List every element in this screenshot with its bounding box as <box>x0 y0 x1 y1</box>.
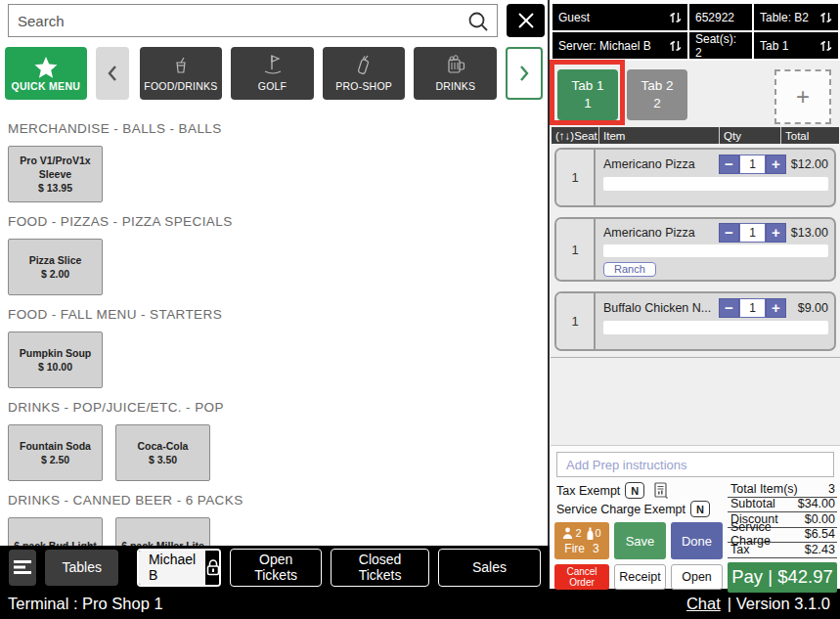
modifier-chip[interactable]: Ranch <box>603 262 656 277</box>
order-list: 1 Americano Pizza − 1 + $12.00 1 Ameri <box>551 147 840 358</box>
order-row[interactable]: 1 Buffalo Chicken N... − 1 + $9.00 <box>554 291 836 351</box>
sales-button[interactable]: Sales <box>438 549 541 587</box>
menu-item-fountain-soda[interactable]: Fountain Soda $ 2.50 <box>8 424 103 481</box>
bottom-nav: Tables Michael B Open Tickets Closed Tic… <box>0 546 550 589</box>
seat-number: 1 <box>556 219 596 280</box>
prep-instructions-input[interactable] <box>556 452 834 477</box>
drink-cup-icon <box>172 57 190 74</box>
menu-item-name: 6 pack Bud Light <box>14 539 97 546</box>
category-label: GOLF <box>258 80 287 92</box>
qty-plus-button[interactable]: + <box>766 155 786 174</box>
menu-item-name: Pumpkin Soup <box>20 346 92 360</box>
order-item-name: Americano Pizza <box>603 226 719 240</box>
section-title: MERCHANDISE - BALLS - BALLS <box>8 121 540 136</box>
table-cell[interactable]: Table: B2 <box>754 4 838 30</box>
category-golf[interactable]: GOLF <box>231 47 314 100</box>
item-column-header: Item <box>599 127 719 144</box>
total-column-header: Total <box>781 127 839 144</box>
menu-item-name: Pro V1/ProV1x Sleeve <box>11 154 100 181</box>
menu-item-name: Fountain Soda <box>20 439 91 453</box>
receipt-document-icon[interactable] <box>653 482 668 499</box>
close-icon <box>516 11 536 30</box>
tab-2-button[interactable]: Tab 2 2 <box>627 69 687 120</box>
total-value: $0.00 <box>805 512 835 526</box>
tab-cell[interactable]: Tab 1 <box>754 32 838 59</box>
order-number-cell[interactable]: 652922 <box>689 4 752 30</box>
qty-value: 1 <box>739 298 766 318</box>
total-label: Subtotal <box>730 497 775 510</box>
order-row[interactable]: 1 Americano Pizza − 1 + $13.00 Ranch <box>554 217 836 282</box>
fire-label: Fire <box>564 542 585 555</box>
total-label: Tax <box>730 543 749 556</box>
menu-item-price: $ 2.50 <box>41 453 69 466</box>
menu-item-6pack-miller-lite[interactable]: 6 pack Miller Lite <box>115 517 210 546</box>
qty-plus-button[interactable]: + <box>766 223 786 243</box>
category-label: DRINKS <box>435 80 475 92</box>
tab-count: 2 <box>653 95 661 112</box>
category-pro-shop[interactable]: PRO-SHOP <box>323 47 406 100</box>
pay-button[interactable]: Pay | $42.97 <box>728 562 837 593</box>
quick-menu-button[interactable]: QUICK MENU <box>5 47 87 100</box>
star-icon <box>33 56 59 79</box>
category-drinks[interactable]: DRINKS <box>414 47 497 100</box>
open-tickets-button[interactable]: Open Tickets <box>230 549 322 587</box>
qty-plus-button[interactable]: + <box>766 298 786 318</box>
search-input[interactable] <box>9 5 497 36</box>
order-row[interactable]: 1 Americano Pizza − 1 + $12.00 <box>554 148 836 207</box>
closed-tickets-button[interactable]: Closed Tickets <box>331 549 429 587</box>
totals-summary: Total Item(s) 3 Subtotal $34.00 Discount… <box>728 482 837 558</box>
ticket-footer: Tax Exempt N Service Charge Exempt N <box>551 445 840 589</box>
ticket-panel: Guest 652922 Table: B2 Server: Michael B… <box>551 0 840 589</box>
menu-item-pizza-slice[interactable]: Pizza Slice $ 2.00 <box>8 239 103 295</box>
menu-hamburger-button[interactable] <box>9 550 36 586</box>
hamburger-icon <box>13 559 32 575</box>
qty-minus-button[interactable]: − <box>719 223 739 243</box>
search-row <box>0 0 548 41</box>
open-button[interactable]: Open <box>671 564 723 590</box>
category-prev-button[interactable] <box>96 47 129 100</box>
item-note-line <box>603 244 828 257</box>
seats-cell[interactable]: Seat(s): 2 <box>689 32 752 59</box>
cancel-order-button[interactable]: Cancel Order <box>554 564 609 590</box>
qty-value: 1 <box>739 155 766 174</box>
menu-item-6pack-bud-light[interactable]: 6 pack Bud Light <box>8 517 103 546</box>
item-note-line <box>603 177 828 191</box>
lock-icon <box>205 551 221 585</box>
menu-item-name: Coca-Cola <box>138 439 189 453</box>
order-table-header: (↑↓)Seat Item Qty Total <box>552 127 839 144</box>
guest-cell[interactable]: Guest <box>553 4 687 30</box>
chat-link[interactable]: Chat <box>686 595 721 613</box>
seat-column-header[interactable]: (↑↓)Seat <box>552 127 598 144</box>
beer-mug-icon <box>445 55 466 74</box>
menu-item-pro-v1-sleeve[interactable]: Pro V1/ProV1x Sleeve $ 13.95 <box>8 146 103 202</box>
category-label: PRO-SHOP <box>335 80 392 92</box>
category-next-button[interactable] <box>506 47 543 100</box>
receipt-button[interactable]: Receipt <box>614 564 666 590</box>
menu-item-pumpkin-soup[interactable]: Pumpkin Soup $ 10.00 <box>8 332 103 388</box>
menu-item-list: MERCHANDISE - BALLS - BALLS Pro V1/ProV1… <box>0 106 548 546</box>
search-box <box>8 4 498 37</box>
qty-minus-button[interactable]: − <box>719 155 739 174</box>
done-button[interactable]: Done <box>671 522 723 559</box>
server-cell[interactable]: Server: Michael B <box>553 32 687 59</box>
add-tab-button[interactable]: + <box>774 69 831 124</box>
menu-item-coca-cola[interactable]: Coca-Cola $ 3.50 <box>115 424 210 481</box>
section-title: DRINKS - POP/JUICE/ETC. - POP <box>8 400 540 415</box>
save-button[interactable]: Save <box>614 522 666 559</box>
tax-exempt-toggle[interactable]: N <box>625 482 644 499</box>
menu-item-name: 6 pack Miller Lite <box>121 539 204 546</box>
service-charge-exempt-toggle[interactable]: N <box>690 501 710 517</box>
total-value: $34.00 <box>798 497 835 510</box>
current-user-button[interactable]: Michael B <box>137 549 221 587</box>
fire-button[interactable]: 2 0 Fire 3 <box>554 522 609 559</box>
order-item-total: $13.00 <box>791 226 828 240</box>
menu-item-price: $ 13.95 <box>38 181 72 195</box>
category-label: FOOD/DRINKS <box>144 80 217 92</box>
tables-button[interactable]: Tables <box>45 550 117 586</box>
close-search-button[interactable] <box>507 4 545 37</box>
menu-item-price: $ 10.00 <box>38 360 72 374</box>
tab-count: 1 <box>584 95 592 112</box>
tab-1-button[interactable]: Tab 1 1 <box>557 69 618 120</box>
category-food-drinks[interactable]: FOOD/DRINKS <box>140 47 223 100</box>
qty-minus-button[interactable]: − <box>719 298 739 318</box>
